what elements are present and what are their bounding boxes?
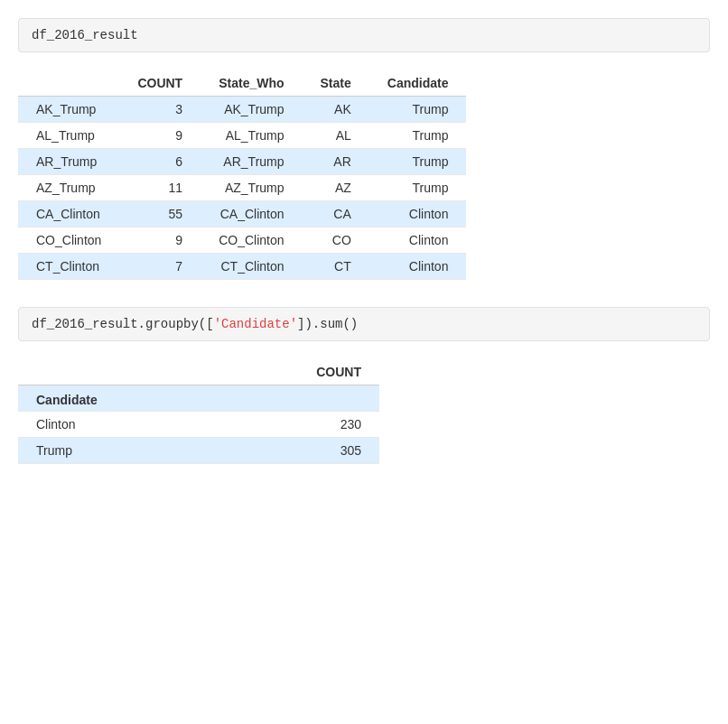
table-cell: AR_Trump — [201, 149, 302, 175]
table2-candidate-label-row: Candidate — [18, 385, 379, 412]
table-cell: AL_Trump — [18, 123, 119, 149]
code-prefix-2: df_2016_result.groupby([ — [32, 317, 214, 331]
table-cell: 6 — [119, 149, 201, 175]
table-cell: CA_Clinton — [201, 201, 302, 227]
candidate-trump: Trump — [18, 438, 192, 464]
table-cell: Clinton — [369, 254, 467, 280]
dataframe-2: COUNT Candidate Clinton 230 Trump 305 — [18, 359, 710, 464]
table-row: Trump 305 — [18, 438, 379, 464]
col-header-count: COUNT — [119, 70, 201, 97]
table2-header-row: COUNT — [18, 359, 379, 385]
table-cell: Trump — [369, 175, 467, 201]
dataframe-1: COUNT State_Who State Candidate AK_Trump… — [18, 70, 710, 280]
col-header-index — [18, 70, 119, 97]
table-1: COUNT State_Who State Candidate AK_Trump… — [18, 70, 466, 280]
table-cell: CO_Clinton — [18, 227, 119, 254]
table-cell: 7 — [119, 254, 201, 280]
table-row: AZ_Trump11AZ_TrumpAZTrump — [18, 175, 466, 201]
table-row: Clinton 230 — [18, 412, 379, 438]
table-header-row: COUNT State_Who State Candidate — [18, 70, 466, 97]
table-cell: Trump — [369, 123, 467, 149]
count-clinton: 230 — [192, 412, 379, 438]
table-row: CO_Clinton9CO_ClintonCOClinton — [18, 227, 466, 254]
table-cell: AZ_Trump — [18, 175, 119, 201]
table-cell: AK_Trump — [18, 97, 119, 123]
table-cell: Trump — [369, 97, 467, 123]
table-cell: CO — [303, 227, 369, 254]
table-cell: CA — [303, 201, 369, 227]
col-header-state: State — [303, 70, 369, 97]
table-cell: AZ — [303, 175, 369, 201]
table-cell: AZ_Trump — [201, 175, 302, 201]
table-cell: Trump — [369, 149, 467, 175]
table-cell: 9 — [119, 227, 201, 254]
table-cell: CT — [303, 254, 369, 280]
col-header-state-who: State_Who — [201, 70, 302, 97]
table-cell: AK — [303, 97, 369, 123]
col2-header-index — [18, 359, 192, 385]
col-header-candidate: Candidate — [369, 70, 467, 97]
table-row: AR_Trump6AR_TrumpARTrump — [18, 149, 466, 175]
candidate-label: Candidate — [18, 385, 379, 412]
table-cell: 9 — [119, 123, 201, 149]
code-block-2: df_2016_result.groupby(['Candidate']).su… — [18, 307, 710, 341]
code-text-1: df_2016_result — [32, 28, 138, 42]
table-cell: 3 — [119, 97, 201, 123]
code-suffix-2: ]).sum() — [297, 317, 358, 331]
table-row: AL_Trump9AL_TrumpALTrump — [18, 123, 466, 149]
count-trump: 305 — [192, 438, 379, 464]
table-cell: Clinton — [369, 201, 467, 227]
table-cell: 55 — [119, 201, 201, 227]
table-cell: AR_Trump — [18, 149, 119, 175]
table-cell: CT_Clinton — [201, 254, 302, 280]
code-highlight-2: 'Candidate' — [214, 317, 297, 331]
table-cell: CT_Clinton — [18, 254, 119, 280]
table-cell: Clinton — [369, 227, 467, 254]
code-block-1: df_2016_result — [18, 18, 710, 52]
table-cell: CA_Clinton — [18, 201, 119, 227]
table-row: CA_Clinton55CA_ClintonCAClinton — [18, 201, 466, 227]
col2-header-count: COUNT — [192, 359, 379, 385]
table-cell: AL_Trump — [201, 123, 302, 149]
table-row: CT_Clinton7CT_ClintonCTClinton — [18, 254, 466, 280]
table-cell: AL — [303, 123, 369, 149]
table-cell: 11 — [119, 175, 201, 201]
table-cell: AR — [303, 149, 369, 175]
table-cell: AK_Trump — [201, 97, 302, 123]
table-row: AK_Trump3AK_TrumpAKTrump — [18, 97, 466, 123]
table-cell: CO_Clinton — [201, 227, 302, 254]
table-2: COUNT Candidate Clinton 230 Trump 305 — [18, 359, 379, 464]
candidate-clinton: Clinton — [18, 412, 192, 438]
